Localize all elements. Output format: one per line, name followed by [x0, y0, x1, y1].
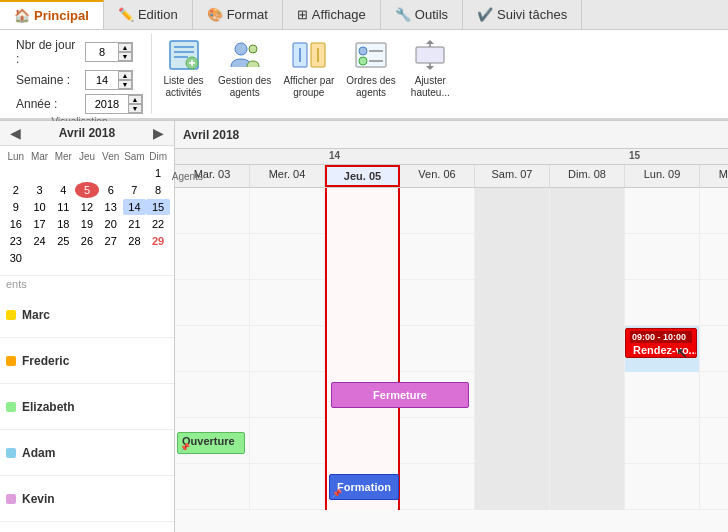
tab-affichage[interactable]: ⊞ Affichage: [283, 0, 381, 29]
annee-input[interactable]: [86, 95, 128, 113]
cal-day-19[interactable]: 19: [75, 216, 99, 232]
cell-kevin-5[interactable]: [550, 372, 625, 418]
cal-day[interactable]: [75, 165, 99, 181]
cal-day[interactable]: [146, 250, 170, 266]
nbr-jour-spinner[interactable]: ▲ ▼: [85, 42, 133, 62]
cal-day-9[interactable]: 9: [4, 199, 28, 215]
cell-frederic-0[interactable]: [175, 234, 250, 280]
cell-marc-3[interactable]: [400, 188, 475, 234]
cell-elizabeth-1[interactable]: [250, 280, 325, 326]
cal-day-4[interactable]: 4: [51, 182, 75, 198]
cal-day-23[interactable]: 23: [4, 233, 28, 249]
cell-marc-2[interactable]: [325, 188, 400, 234]
cell-elizabeth-6[interactable]: [625, 280, 700, 326]
cal-day[interactable]: [28, 250, 52, 266]
prev-month-button[interactable]: ◀: [6, 125, 25, 141]
cell-kevin-4[interactable]: [475, 372, 550, 418]
gestion-agents-button[interactable]: Gestion desagents: [213, 34, 276, 102]
cell-elizabeth-7[interactable]: [700, 280, 728, 326]
cell-sebastien-2[interactable]: [325, 418, 400, 464]
cell-marc-4[interactable]: [475, 188, 550, 234]
cal-day[interactable]: [28, 165, 52, 181]
afficher-groupe-button[interactable]: Afficher pargroupe: [278, 34, 339, 102]
cal-day-7[interactable]: 7: [123, 182, 147, 198]
cal-day-10[interactable]: 10: [28, 199, 52, 215]
semaine-spinner[interactable]: ▲ ▼: [85, 70, 133, 90]
cal-day-5-today[interactable]: 5: [75, 182, 99, 198]
semaine-down[interactable]: ▼: [118, 80, 132, 89]
cell-frederic-3[interactable]: [400, 234, 475, 280]
tab-edition[interactable]: ✏️ Edition: [104, 0, 193, 29]
cell-adam-6[interactable]: 09:00 - 10:00 Rendez-vo... ↖: [625, 326, 700, 372]
cell-sebastien-3[interactable]: [400, 418, 475, 464]
cal-day-11[interactable]: 11: [51, 199, 75, 215]
cal-day-8[interactable]: 8: [146, 182, 170, 198]
annee-up[interactable]: ▲: [128, 95, 142, 104]
event-rdv[interactable]: 09:00 - 10:00 Rendez-vo... ↖: [625, 328, 697, 358]
cell-marc-1[interactable]: [250, 188, 325, 234]
cal-day[interactable]: [123, 165, 147, 181]
cell-sebastien-1[interactable]: [250, 418, 325, 464]
cell-rayan-2[interactable]: Formation 📌: [325, 464, 400, 510]
cell-adam-4[interactable]: [475, 326, 550, 372]
cell-marc-0[interactable]: [175, 188, 250, 234]
event-fermeture[interactable]: Fermeture: [331, 382, 469, 408]
cell-sebastien-0[interactable]: Ouverture 📌: [175, 418, 250, 464]
cal-day-3[interactable]: 3: [28, 182, 52, 198]
cell-elizabeth-3[interactable]: [400, 280, 475, 326]
tab-outils[interactable]: 🔧 Outils: [381, 0, 463, 29]
cal-day[interactable]: [51, 165, 75, 181]
cell-rayan-0[interactable]: [175, 464, 250, 510]
cal-day[interactable]: [99, 165, 123, 181]
cell-kevin-7[interactable]: [700, 372, 728, 418]
cal-day-2[interactable]: 2: [4, 182, 28, 198]
cell-elizabeth-5[interactable]: [550, 280, 625, 326]
cal-day[interactable]: [51, 250, 75, 266]
next-month-button[interactable]: ▶: [149, 125, 168, 141]
ajuster-hauteur-button[interactable]: Ajusterhauteu...: [403, 34, 458, 102]
cell-marc-6[interactable]: [625, 188, 700, 234]
cell-rayan-1[interactable]: [250, 464, 325, 510]
cell-adam-3[interactable]: [400, 326, 475, 372]
cell-rayan-5[interactable]: [550, 464, 625, 510]
nbr-jour-input[interactable]: [86, 43, 118, 61]
cal-day-22[interactable]: 22: [146, 216, 170, 232]
cell-elizabeth-2[interactable]: [325, 280, 400, 326]
annee-down[interactable]: ▼: [128, 104, 142, 113]
cell-frederic-7[interactable]: [700, 234, 728, 280]
cal-day-6[interactable]: 6: [99, 182, 123, 198]
cell-adam-2[interactable]: [325, 326, 400, 372]
cell-frederic-4[interactable]: [475, 234, 550, 280]
cell-kevin-6[interactable]: [625, 372, 700, 418]
cal-day-21[interactable]: 21: [123, 216, 147, 232]
cell-sebastien-7[interactable]: [700, 418, 728, 464]
cell-kevin-1[interactable]: [250, 372, 325, 418]
cell-kevin-2[interactable]: Fermeture: [325, 372, 400, 418]
tab-principal[interactable]: 🏠 Principal: [0, 0, 104, 29]
event-formation[interactable]: Formation 📌: [329, 474, 399, 500]
cell-adam-1[interactable]: [250, 326, 325, 372]
cal-day[interactable]: [75, 250, 99, 266]
cell-adam-7[interactable]: [700, 326, 728, 372]
ordres-agents-button[interactable]: Ordres desagents: [341, 34, 400, 102]
tab-format[interactable]: 🎨 Format: [193, 0, 283, 29]
cell-rayan-7[interactable]: [700, 464, 728, 510]
cal-day-14[interactable]: 14: [123, 199, 147, 215]
cell-frederic-1[interactable]: [250, 234, 325, 280]
cal-day-25[interactable]: 25: [51, 233, 75, 249]
cal-day[interactable]: [123, 250, 147, 266]
cal-day-12[interactable]: 12: [75, 199, 99, 215]
cal-day-26[interactable]: 26: [75, 233, 99, 249]
cell-kevin-0[interactable]: [175, 372, 250, 418]
cal-day-13[interactable]: 13: [99, 199, 123, 215]
semaine-input[interactable]: [86, 71, 118, 89]
cell-frederic-5[interactable]: [550, 234, 625, 280]
cal-day[interactable]: [4, 165, 28, 181]
nbr-jour-down[interactable]: ▼: [118, 52, 132, 61]
cell-sebastien-6[interactable]: [625, 418, 700, 464]
cal-day-30[interactable]: 30: [4, 250, 28, 266]
cal-day-18[interactable]: 18: [51, 216, 75, 232]
cal-day-1[interactable]: 1: [146, 165, 170, 181]
cell-marc-5[interactable]: [550, 188, 625, 234]
cell-marc-7[interactable]: [700, 188, 728, 234]
